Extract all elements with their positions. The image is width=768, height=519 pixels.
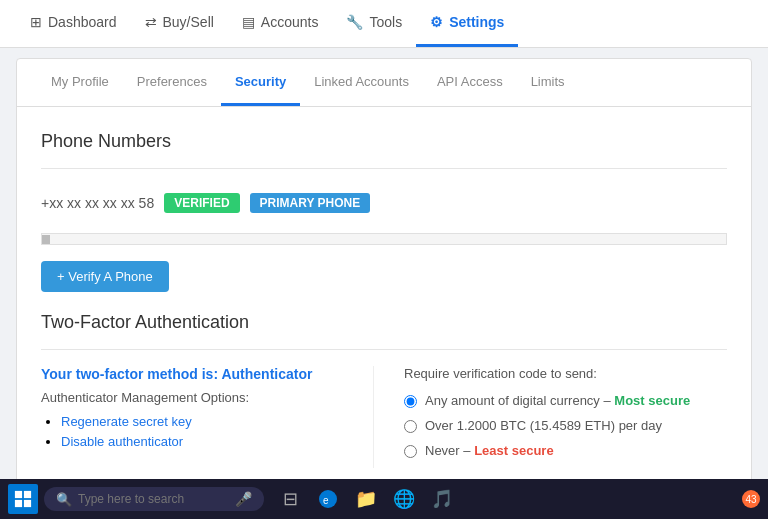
buysell-icon: ⇄ bbox=[145, 14, 157, 30]
regenerate-key-link[interactable]: Regenerate secret key bbox=[61, 414, 192, 429]
windows-icon bbox=[14, 490, 32, 508]
tfa-require-title: Require verification code to send: bbox=[404, 366, 727, 381]
top-navigation: ⊞ Dashboard ⇄ Buy/Sell ▤ Accounts 🔧 Tool… bbox=[0, 0, 768, 48]
verify-phone-button[interactable]: + Verify A Phone bbox=[41, 261, 169, 292]
list-item: Disable authenticator bbox=[61, 433, 353, 449]
taskbar-folder-icon[interactable]: 📁 bbox=[350, 483, 382, 515]
phone-row: +xx xx xx xx xx 58 VERIFIED PRIMARY PHON… bbox=[41, 181, 727, 225]
edge-icon: e bbox=[318, 489, 338, 509]
radio-label-3: Never – Least secure bbox=[425, 443, 554, 458]
content-area: My Profile Preferences Security Linked A… bbox=[0, 48, 768, 519]
notification-badge[interactable]: 43 bbox=[742, 490, 760, 508]
disable-authenticator-link[interactable]: Disable authenticator bbox=[61, 434, 183, 449]
radio-label-2: Over 1.2000 BTC (15.4589 ETH) per day bbox=[425, 418, 662, 433]
settings-panel: My Profile Preferences Security Linked A… bbox=[16, 58, 752, 493]
radio-over-amount[interactable] bbox=[404, 420, 417, 433]
tfa-method-title: Your two-factor method is: Authenticator bbox=[41, 366, 353, 382]
start-button[interactable] bbox=[8, 484, 38, 514]
radio-label-1: Any amount of digital currency – Most se… bbox=[425, 393, 690, 408]
nav-settings[interactable]: ⚙ Settings bbox=[416, 0, 518, 47]
tfa-links-list: Regenerate secret key Disable authentica… bbox=[41, 413, 353, 449]
nav-accounts[interactable]: ▤ Accounts bbox=[228, 0, 333, 47]
taskbar-chrome-icon[interactable]: 🌐 bbox=[388, 483, 420, 515]
tfa-left-panel: Your two-factor method is: Authenticator… bbox=[41, 366, 374, 468]
microphone-icon: 🎤 bbox=[235, 491, 252, 507]
tab-limits[interactable]: Limits bbox=[517, 59, 579, 106]
accounts-icon: ▤ bbox=[242, 14, 255, 30]
tab-linkedaccounts[interactable]: Linked Accounts bbox=[300, 59, 423, 106]
phone-scroll-area[interactable] bbox=[41, 233, 727, 245]
tab-preferences[interactable]: Preferences bbox=[123, 59, 221, 106]
taskbar-search-box[interactable]: 🔍 🎤 bbox=[44, 487, 264, 511]
phone-number: +xx xx xx xx xx 58 bbox=[41, 195, 154, 211]
svg-rect-1 bbox=[24, 491, 31, 498]
taskbar-search-input[interactable] bbox=[78, 492, 229, 506]
divider-phone bbox=[41, 168, 727, 169]
divider-tfa bbox=[41, 349, 727, 350]
svg-text:e: e bbox=[323, 495, 329, 506]
taskbar-pinned-icons: ⊟ e 📁 🌐 🎵 bbox=[274, 483, 458, 515]
main-content: Phone Numbers +xx xx xx xx xx 58 VERIFIE… bbox=[17, 107, 751, 492]
tab-apiaccess[interactable]: API Access bbox=[423, 59, 517, 106]
svg-rect-3 bbox=[24, 500, 31, 507]
sub-tabs: My Profile Preferences Security Linked A… bbox=[17, 59, 751, 107]
radio-option-3: Never – Least secure bbox=[404, 443, 727, 458]
least-secure-label: Least secure bbox=[474, 443, 554, 458]
phone-numbers-title: Phone Numbers bbox=[41, 131, 727, 152]
taskbar-spotify-icon[interactable]: 🎵 bbox=[426, 483, 458, 515]
tfa-title: Two-Factor Authentication bbox=[41, 312, 727, 333]
most-secure-label: Most secure bbox=[614, 393, 690, 408]
nav-tools[interactable]: 🔧 Tools bbox=[332, 0, 416, 47]
primary-phone-badge: PRIMARY PHONE bbox=[250, 193, 371, 213]
tab-myprofile[interactable]: My Profile bbox=[37, 59, 123, 106]
taskbar-task-view[interactable]: ⊟ bbox=[274, 483, 306, 515]
tools-icon: 🔧 bbox=[346, 14, 363, 30]
tfa-right-panel: Require verification code to send: Any a… bbox=[394, 366, 727, 468]
radio-any-amount[interactable] bbox=[404, 395, 417, 408]
tfa-grid: Your two-factor method is: Authenticator… bbox=[41, 366, 727, 468]
search-icon: 🔍 bbox=[56, 492, 72, 507]
nav-dashboard[interactable]: ⊞ Dashboard bbox=[16, 0, 131, 47]
taskbar-right-area: 43 bbox=[742, 490, 760, 508]
svg-rect-2 bbox=[15, 500, 22, 507]
taskbar: 🔍 🎤 ⊟ e 📁 🌐 🎵 43 bbox=[0, 479, 768, 519]
radio-never[interactable] bbox=[404, 445, 417, 458]
tfa-subtitle: Authenticator Management Options: bbox=[41, 390, 353, 405]
svg-rect-0 bbox=[15, 491, 22, 498]
settings-icon: ⚙ bbox=[430, 14, 443, 30]
dashboard-icon: ⊞ bbox=[30, 14, 42, 30]
radio-option-2: Over 1.2000 BTC (15.4589 ETH) per day bbox=[404, 418, 727, 433]
scroll-thumb bbox=[42, 235, 50, 245]
taskbar-edge-icon[interactable]: e bbox=[312, 483, 344, 515]
list-item: Regenerate secret key bbox=[61, 413, 353, 429]
nav-buysell[interactable]: ⇄ Buy/Sell bbox=[131, 0, 228, 47]
radio-option-1: Any amount of digital currency – Most se… bbox=[404, 393, 727, 408]
tab-security[interactable]: Security bbox=[221, 59, 300, 106]
verified-badge: VERIFIED bbox=[164, 193, 239, 213]
